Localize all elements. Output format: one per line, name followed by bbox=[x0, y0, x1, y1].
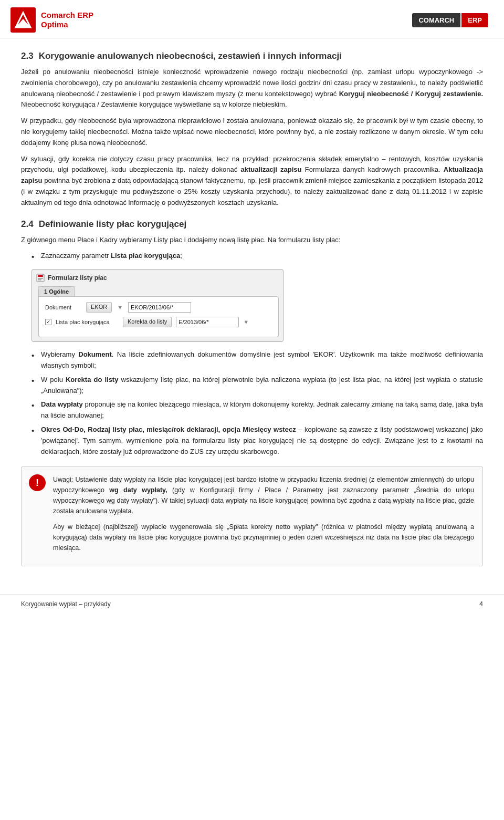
form-screenshot: Formularz listy płac 1 Ogólne Dokument E… bbox=[32, 269, 284, 342]
to-word: to bbox=[420, 79, 426, 87]
section-2-3-para2: W przypadku, gdy nieobecność była wprowa… bbox=[21, 116, 483, 148]
form-row-1: Dokument EKOR ▼ EKOR/2013/06/* bbox=[45, 302, 272, 313]
form-title-text: Formularz listy płac bbox=[48, 274, 107, 282]
product-name: Optima bbox=[41, 20, 93, 29]
brand-name: Comarch ERP bbox=[41, 11, 93, 20]
page: Comarch ERP Optima COMARCH ERP 2.3 Koryg… bbox=[0, 0, 504, 820]
section-2-3-title: 2.3 Korygowanie anulowanych nieobecności… bbox=[21, 51, 483, 61]
comarch-badge: COMARCH bbox=[412, 13, 460, 27]
form-title-icon bbox=[36, 274, 45, 282]
section-2-3-text: Korygowanie anulowanych nieobecności, ze… bbox=[39, 51, 342, 61]
korekta-value: E/2013/06/* bbox=[176, 317, 239, 327]
section-2-4-text: Definiowanie listy płac korygującej bbox=[39, 219, 187, 230]
svg-rect-5 bbox=[38, 278, 43, 279]
svg-rect-6 bbox=[38, 279, 41, 281]
dropdown-arrow-1: ▼ bbox=[117, 304, 123, 310]
bullet-item-3: W polu Korekta do listy wskazujemy listę… bbox=[32, 375, 483, 397]
form-ekor-path: EKOR/2013/06/* bbox=[128, 302, 191, 313]
header-left: Comarch ERP Optima bbox=[10, 7, 93, 33]
section-2-4-title: 2.4 Definiowanie listy płac korygującej bbox=[21, 219, 483, 230]
footer-left-text: Korygowanie wypłat – przykłady bbox=[21, 600, 111, 608]
form-body: Dokument EKOR ▼ EKOR/2013/06/* Lista pła… bbox=[38, 296, 279, 337]
bullet-item-2: Wybieramy Dokument. Na liście zdefiniowa… bbox=[32, 349, 483, 371]
header-right: COMARCH ERP bbox=[412, 13, 488, 27]
bullet-1-text: Zaznaczamy parametr Lista płac korygując… bbox=[41, 252, 182, 260]
note-text-1: Uwagi: Ustawienie daty wypłaty na liście… bbox=[53, 474, 474, 516]
korekta-do-listy-button[interactable]: Korekta do listy bbox=[123, 317, 172, 327]
lista-plac-checkbox[interactable] bbox=[45, 319, 51, 325]
form-row-2: Lista płac korygująca Korekta do listy E… bbox=[45, 317, 272, 327]
section-2-4-intro: Z głównego menu Płace i Kadry wybieramy … bbox=[21, 235, 483, 246]
lista-plac-label: Lista płac korygująca bbox=[56, 319, 119, 325]
form-tab: 1 Ogólne bbox=[38, 286, 75, 296]
section-2-3-para3: W sytuacji, gdy korekta nie dotyczy czas… bbox=[21, 154, 483, 209]
logo-text: Comarch ERP Optima bbox=[41, 11, 93, 29]
bullet-item-5: Okres Od-Do, Rodzaj listy płac, miesiąc/… bbox=[32, 424, 483, 457]
section-2-4-number: 2.4 bbox=[21, 219, 34, 230]
note-box: ! Uwagi: Ustawienie daty wypłaty na liśc… bbox=[21, 466, 483, 566]
bullet-list-2: Wybieramy Dokument. Na liście zdefiniowa… bbox=[21, 349, 483, 457]
form-title-bar: Formularz listy płac bbox=[36, 274, 279, 282]
header: Comarch ERP Optima COMARCH ERP bbox=[0, 0, 504, 38]
section-2-3-number: 2.3 bbox=[21, 51, 34, 61]
dropdown-arrow-2: ▼ bbox=[243, 319, 249, 325]
form-ekor-button[interactable]: EKOR bbox=[86, 302, 112, 313]
bullet-item-1: Zaznaczamy parametr Lista płac korygując… bbox=[32, 251, 483, 262]
form-dokument-label: Dokument bbox=[45, 304, 82, 310]
note-icon: ! bbox=[29, 474, 46, 491]
comarch-logo-icon bbox=[10, 7, 36, 33]
svg-rect-4 bbox=[38, 275, 43, 277]
main-content: 2.3 Korygowanie anulowanych nieobecności… bbox=[0, 38, 504, 586]
bullet-list: Zaznaczamy parametr Lista płac korygując… bbox=[21, 251, 483, 262]
section-2-3-para1: Jeżeli po anulowaniu nieobecności istnie… bbox=[21, 67, 483, 110]
footer-page-number: 4 bbox=[479, 600, 483, 608]
footer: Korygowanie wypłat – przykłady 4 bbox=[0, 595, 504, 613]
erp-badge: ERP bbox=[461, 13, 488, 27]
note-text-2: Aby w bieżącej (najbliższej) wypłacie wy… bbox=[53, 522, 474, 553]
bullet-item-4: Data wypłaty proponuje się na koniec bie… bbox=[32, 399, 483, 421]
